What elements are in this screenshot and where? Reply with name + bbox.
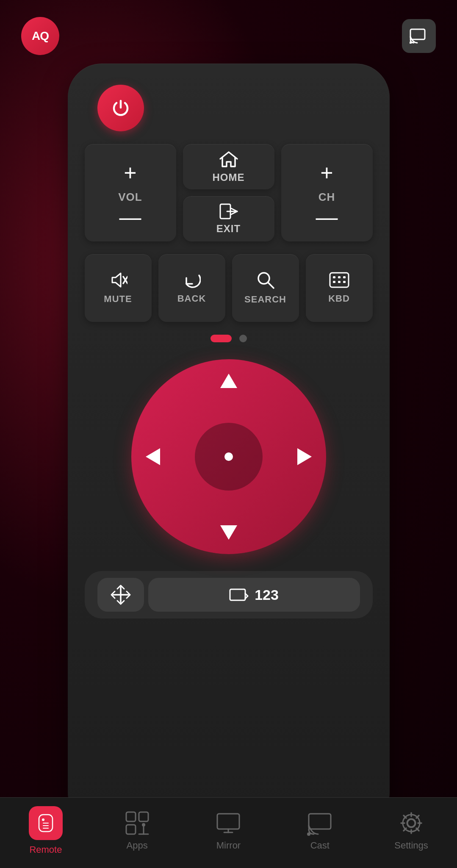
svg-rect-24 — [126, 825, 136, 834]
ch-button[interactable]: + CH — — [281, 144, 373, 241]
svg-rect-10 — [343, 276, 346, 278]
vol-label: VOL — [118, 191, 142, 204]
dpad-left-button[interactable] — [144, 447, 161, 466]
nav-item-cast[interactable]: Cast — [274, 810, 366, 851]
page-dot-2 — [239, 335, 247, 342]
svg-rect-0 — [410, 29, 425, 39]
dpad-down-button[interactable] — [219, 524, 238, 541]
app-logo: AQ — [21, 17, 59, 55]
mirror-nav-icon — [216, 810, 241, 836]
nav-item-apps[interactable]: Apps — [91, 810, 183, 851]
dpad-up-button[interactable] — [219, 372, 238, 389]
svg-rect-8 — [333, 276, 335, 278]
action-row: MUTE BACK SEARCH — [85, 254, 373, 322]
tv-input-button[interactable]: 123 — [148, 578, 360, 612]
svg-rect-16 — [230, 589, 245, 600]
svg-rect-22 — [126, 812, 136, 821]
settings-nav-icon — [399, 810, 424, 836]
exit-button[interactable]: EXIT — [183, 196, 274, 241]
top-bar: AQ — [0, 0, 457, 64]
svg-rect-28 — [217, 814, 239, 829]
svg-point-27 — [142, 823, 145, 826]
kbd-label: KBD — [328, 293, 350, 304]
joystick-button[interactable] — [97, 578, 144, 612]
power-button[interactable] — [97, 85, 144, 131]
svg-rect-23 — [139, 812, 148, 821]
apps-nav-icon — [125, 810, 150, 836]
ch-minus: — — [316, 211, 338, 224]
home-icon-label: HOME — [213, 150, 245, 183]
ch-plus: + — [320, 162, 333, 184]
nav-label-cast: Cast — [310, 840, 330, 851]
svg-rect-12 — [338, 281, 341, 283]
num-label: 123 — [255, 587, 279, 603]
search-button[interactable]: SEARCH — [232, 254, 299, 322]
svg-rect-11 — [333, 281, 335, 283]
dpad-center-dot — [224, 452, 233, 461]
home-button[interactable]: HOME — [183, 144, 274, 189]
vol-minus: — — [119, 211, 141, 224]
kbd-button[interactable]: KBD — [306, 254, 373, 322]
nav-item-mirror[interactable]: Mirror — [183, 810, 274, 851]
svg-rect-13 — [343, 281, 346, 283]
controls-grid: + VOL — HOME — [85, 144, 373, 241]
svg-point-18 — [42, 818, 44, 821]
remote-body: + VOL — HOME — [68, 64, 390, 826]
dpad-center-button[interactable] — [195, 423, 263, 491]
svg-line-6 — [268, 283, 274, 288]
cast-button[interactable] — [402, 19, 436, 53]
remote-nav-badge — [29, 806, 63, 840]
dpad-container — [131, 359, 326, 554]
back-label: BACK — [177, 293, 206, 304]
vol-button[interactable]: + VOL — — [85, 144, 176, 241]
home-exit-column: HOME EXIT — [183, 144, 274, 241]
exit-icon-label: EXIT — [216, 203, 241, 235]
ch-label: CH — [319, 191, 335, 204]
nav-label-settings: Settings — [394, 840, 428, 851]
nav-item-settings[interactable]: Settings — [366, 810, 457, 851]
page-dot-1 — [210, 335, 232, 342]
bottom-toolbar: 123 — [85, 571, 373, 618]
cast-nav-icon — [307, 810, 332, 836]
back-button[interactable]: BACK — [158, 254, 225, 322]
nav-item-remote[interactable]: Remote — [0, 806, 91, 855]
logo-text: AQ — [32, 29, 49, 43]
dpad-circle — [131, 359, 326, 554]
svg-point-32 — [307, 832, 310, 836]
nav-label-mirror: Mirror — [216, 840, 241, 851]
exit-label: EXIT — [216, 223, 241, 235]
mute-button[interactable]: MUTE — [85, 254, 152, 322]
power-row — [85, 85, 373, 131]
svg-rect-31 — [309, 814, 331, 829]
svg-rect-9 — [338, 276, 341, 278]
svg-rect-7 — [330, 273, 349, 287]
nav-label-apps: Apps — [127, 840, 148, 851]
home-label: HOME — [213, 172, 245, 183]
vol-plus: + — [124, 162, 136, 184]
svg-point-36 — [407, 819, 415, 827]
page-dots — [210, 335, 247, 342]
dpad-right-button[interactable] — [296, 447, 313, 466]
nav-label-remote: Remote — [29, 844, 62, 855]
mute-label: MUTE — [104, 294, 132, 305]
search-label: SEARCH — [244, 294, 286, 305]
bottom-nav: Remote Apps Mirror — [0, 797, 457, 868]
remote-nav-icon — [29, 806, 63, 840]
